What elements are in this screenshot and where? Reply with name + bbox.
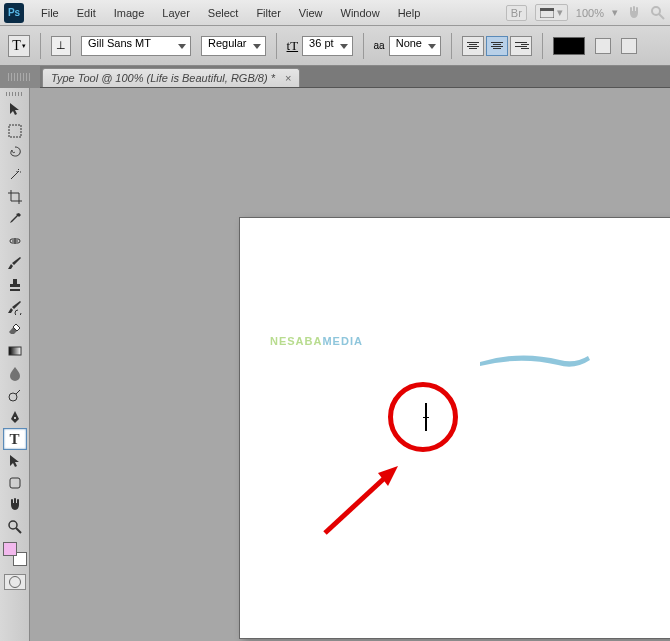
menu-select[interactable]: Select	[199, 3, 248, 23]
blur-tool[interactable]	[3, 362, 27, 384]
watermark-text: NESABAMEDIA	[270, 318, 363, 352]
crop-tool[interactable]	[3, 186, 27, 208]
svg-rect-6	[9, 347, 21, 355]
screen-mode-button[interactable]: ▾	[535, 4, 568, 21]
brush-tool[interactable]	[3, 252, 27, 274]
menu-edit[interactable]: Edit	[68, 3, 105, 23]
menu-file[interactable]: File	[32, 3, 68, 23]
font-size-select[interactable]: 36 pt	[302, 36, 352, 56]
stamp-tool[interactable]	[3, 274, 27, 296]
current-tool-indicator[interactable]: T▾	[8, 35, 30, 57]
document-tab[interactable]: Type Tool @ 100% (Life is Beautiful, RGB…	[42, 68, 300, 87]
character-panel-button[interactable]	[621, 38, 637, 54]
history-brush-tool[interactable]	[3, 296, 27, 318]
svg-line-11	[16, 528, 21, 533]
menu-help[interactable]: Help	[389, 3, 430, 23]
separator	[276, 33, 277, 59]
hand-tool[interactable]	[3, 494, 27, 516]
zoom-level[interactable]: 100%	[576, 7, 604, 19]
menu-layer[interactable]: Layer	[153, 3, 199, 23]
dodge-tool[interactable]	[3, 384, 27, 406]
text-color-swatch[interactable]	[553, 37, 585, 55]
type-tool[interactable]: T	[3, 428, 27, 450]
separator	[542, 33, 543, 59]
move-tool[interactable]	[3, 98, 27, 120]
tabbar-grip[interactable]	[0, 66, 40, 88]
menu-view[interactable]: View	[290, 3, 332, 23]
svg-rect-9	[10, 478, 20, 488]
app-logo: Ps	[4, 3, 24, 23]
align-left-button[interactable]	[462, 36, 484, 56]
foreground-color[interactable]	[3, 542, 17, 556]
text-align-group	[462, 36, 532, 56]
svg-point-2	[652, 7, 660, 15]
separator	[40, 33, 41, 59]
font-family-select[interactable]: Gill Sans MT	[81, 36, 191, 56]
quick-mask-button[interactable]	[4, 574, 26, 590]
font-size-control: tT 36 pt	[287, 36, 353, 56]
lasso-tool[interactable]	[3, 142, 27, 164]
svg-rect-1	[540, 8, 554, 11]
marquee-tool[interactable]	[3, 120, 27, 142]
menu-bar: Ps File Edit Image Layer Select Filter V…	[0, 0, 670, 26]
hand-icon[interactable]	[626, 5, 642, 21]
search-icon[interactable]	[650, 5, 666, 21]
svg-point-7	[9, 393, 17, 401]
menu-filter[interactable]: Filter	[247, 3, 289, 23]
text-orientation-button[interactable]: ⊥	[51, 36, 71, 56]
menu-window[interactable]: Window	[332, 3, 389, 23]
svg-line-3	[659, 14, 664, 19]
svg-line-12	[325, 473, 390, 533]
menu-bar-right: Br ▾ 100%▾	[506, 4, 666, 21]
font-style-select[interactable]: Regular	[201, 36, 266, 56]
options-bar: T▾ ⊥ Gill Sans MT Regular tT 36 pt aa No…	[0, 26, 670, 66]
annotation-arrow	[320, 458, 410, 538]
pen-tool[interactable]	[3, 406, 27, 428]
tools-panel: T	[0, 88, 30, 641]
wand-tool[interactable]	[3, 164, 27, 186]
document-tab-bar: Type Tool @ 100% (Life is Beautiful, RGB…	[0, 66, 670, 88]
document-tab-title: Type Tool @ 100% (Life is Beautiful, RGB…	[51, 72, 275, 84]
gradient-tool[interactable]	[3, 340, 27, 362]
separator	[363, 33, 364, 59]
warp-text-button[interactable]	[595, 38, 611, 54]
anti-alias-select[interactable]: None	[389, 36, 441, 56]
eyedropper-tool[interactable]	[3, 208, 27, 230]
svg-point-8	[14, 417, 16, 419]
annotation-circle	[388, 382, 458, 452]
menu-image[interactable]: Image	[105, 3, 154, 23]
bridge-launch-button[interactable]: Br	[506, 5, 527, 21]
zoom-tool[interactable]	[3, 516, 27, 538]
path-select-tool[interactable]	[3, 450, 27, 472]
workspace: NESABAMEDIA	[40, 88, 670, 641]
close-tab-button[interactable]: ×	[285, 72, 291, 84]
toolbar-grip[interactable]	[0, 90, 29, 98]
color-swatches[interactable]	[3, 542, 27, 566]
align-right-button[interactable]	[510, 36, 532, 56]
watermark-swoosh	[480, 350, 590, 370]
eraser-tool[interactable]	[3, 318, 27, 340]
anti-alias-control: aa None	[374, 36, 441, 56]
shape-tool[interactable]	[3, 472, 27, 494]
align-center-button[interactable]	[486, 36, 508, 56]
healing-tool[interactable]	[3, 230, 27, 252]
document-canvas[interactable]: NESABAMEDIA	[240, 218, 670, 638]
anti-alias-icon: aa	[374, 40, 385, 51]
font-size-icon: tT	[287, 38, 299, 54]
svg-rect-4	[9, 125, 21, 137]
separator	[451, 33, 452, 59]
svg-point-10	[9, 521, 17, 529]
